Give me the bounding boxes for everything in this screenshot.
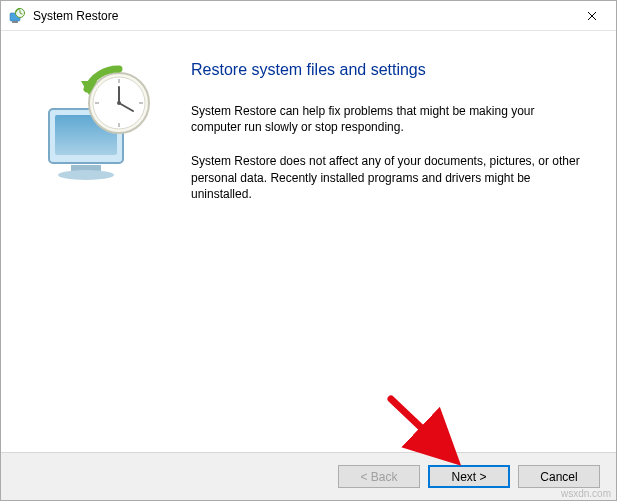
svg-point-15 <box>117 101 121 105</box>
intro-paragraph-2: System Restore does not affect any of yo… <box>191 153 586 202</box>
intro-paragraph-1: System Restore can help fix problems tha… <box>191 103 586 135</box>
cancel-button[interactable]: Cancel <box>518 465 600 488</box>
content-area: Restore system files and settings System… <box>1 31 616 500</box>
system-restore-icon <box>9 8 25 24</box>
page-heading: Restore system files and settings <box>191 61 586 79</box>
main-pane: Restore system files and settings System… <box>181 51 606 442</box>
svg-point-6 <box>58 170 114 180</box>
next-button[interactable]: Next > <box>428 465 510 488</box>
close-button[interactable] <box>572 2 612 30</box>
system-restore-illustration-icon <box>31 61 161 191</box>
window-title: System Restore <box>33 9 572 23</box>
illustration-pane <box>11 51 181 442</box>
back-button: < Back <box>338 465 420 488</box>
system-restore-window: System Restore <box>0 0 617 501</box>
close-icon <box>587 11 597 21</box>
body-area: Restore system files and settings System… <box>1 31 616 452</box>
svg-rect-1 <box>12 21 18 23</box>
wizard-button-bar: < Back Next > Cancel <box>1 452 616 500</box>
titlebar: System Restore <box>1 1 616 31</box>
